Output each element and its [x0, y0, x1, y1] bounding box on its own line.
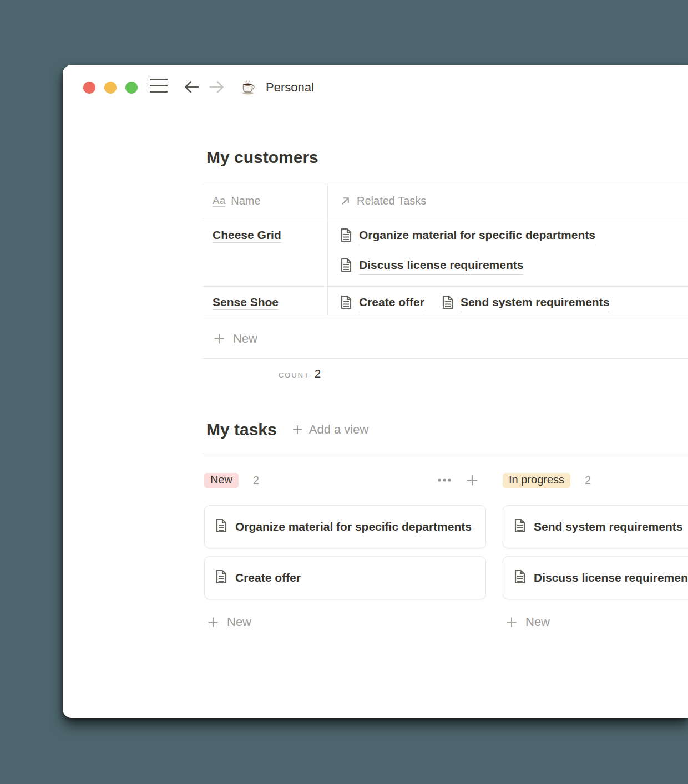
add-card-icon[interactable]: [465, 473, 479, 487]
plus-icon: [505, 615, 518, 629]
plus-icon: [206, 615, 220, 629]
app-window: Personal My customers Aa Name Related Ta…: [63, 65, 688, 718]
sidebar-menu-icon[interactable]: [150, 79, 168, 94]
name-column-label: Name: [231, 195, 260, 207]
board-new-card-button[interactable]: New: [503, 615, 688, 629]
text-property-icon: Aa: [213, 195, 225, 207]
table-row: Sense Shoe Create offer Send system requ…: [203, 287, 688, 319]
plus-icon: [291, 424, 303, 436]
close-window-button[interactable]: [83, 82, 95, 94]
back-arrow-icon[interactable]: [183, 78, 200, 96]
customers-table: Aa Name Related Tasks Cheese Grid: [203, 184, 688, 380]
count-value: 2: [315, 368, 321, 380]
new-row-label: New: [233, 332, 257, 346]
relation-arrow-icon: [340, 196, 351, 207]
page-icon: [513, 569, 527, 585]
minimize-window-button[interactable]: [104, 82, 117, 94]
status-badge-in-progress[interactable]: In progress: [503, 473, 570, 488]
task-page-mention[interactable]: Send system requirements: [441, 293, 609, 312]
page-icon: [215, 569, 228, 585]
page-icon: [340, 258, 353, 273]
table-new-row-button[interactable]: New: [203, 319, 688, 359]
task-card[interactable]: Organize material for specific departmen…: [204, 505, 486, 548]
tasks-section-header: My tasks Add a view: [206, 419, 368, 441]
zoom-window-button[interactable]: [125, 82, 138, 94]
page-title[interactable]: Personal: [266, 80, 314, 95]
task-card[interactable]: Discuss license requirements: [503, 556, 688, 599]
page-icon: [340, 295, 353, 310]
add-view-label: Add a view: [309, 422, 369, 437]
column-card-count: 2: [253, 474, 259, 487]
board-column-header: In progress 2: [503, 470, 688, 491]
board-column-in-progress: In progress 2 Send system requirements D…: [503, 470, 688, 629]
count-calculation[interactable]: COUNT2: [203, 359, 327, 380]
table-header-row: Aa Name Related Tasks: [203, 184, 688, 218]
page-icon: [441, 295, 454, 310]
related-tasks-column-header[interactable]: Related Tasks: [327, 195, 688, 207]
name-column-header[interactable]: Aa Name: [203, 195, 327, 207]
task-page-mention[interactable]: Organize material for specific departmen…: [340, 226, 595, 245]
task-page-mention[interactable]: Discuss license requirements: [340, 256, 523, 275]
column-divider: [327, 184, 328, 315]
board-new-card-button[interactable]: New: [204, 615, 486, 629]
task-card[interactable]: Create offer: [204, 556, 486, 599]
status-badge-new[interactable]: New: [204, 473, 239, 488]
column-options-icon[interactable]: [437, 478, 452, 482]
plus-icon: [213, 332, 226, 345]
desktop-background: Personal My customers Aa Name Related Ta…: [0, 0, 688, 784]
tasks-section-title: My tasks: [206, 419, 277, 441]
board-column-header: New 2: [204, 470, 486, 491]
table-row: Cheese Grid Organize material for specif…: [203, 218, 688, 287]
forward-arrow-icon[interactable]: [208, 78, 226, 96]
customer-name-link[interactable]: Cheese Grid: [213, 228, 281, 243]
related-tasks-column-label: Related Tasks: [357, 195, 426, 207]
customer-name-link[interactable]: Sense Shoe: [213, 296, 279, 310]
board-column-new: New 2 Organize material for specific dep…: [204, 470, 486, 629]
page-icon: [340, 228, 353, 243]
column-card-count: 2: [585, 474, 591, 487]
add-view-button[interactable]: Add a view: [291, 422, 369, 437]
page-icon: [513, 518, 527, 534]
task-card[interactable]: Send system requirements: [503, 505, 688, 548]
coffee-cup-icon: [240, 79, 257, 96]
view-toolbar-divider: [203, 454, 688, 454]
count-label: COUNT: [279, 371, 310, 379]
customers-section-title: My customers: [206, 147, 318, 168]
page-icon: [215, 518, 228, 534]
title-bar: Personal: [63, 65, 688, 110]
task-page-mention[interactable]: Create offer: [340, 293, 424, 312]
